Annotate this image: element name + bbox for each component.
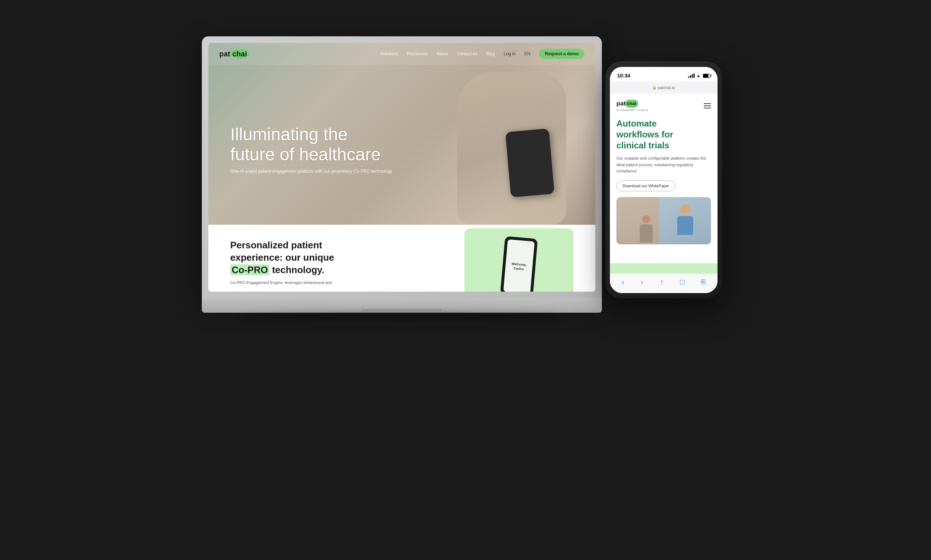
bookmarks-button[interactable]: □ [680, 278, 685, 286]
phone-time: 10:34 [617, 73, 630, 78]
card-phone-mockup: Welcome, Carlos [500, 236, 538, 292]
forward-button[interactable]: › [641, 278, 643, 286]
wifi-icon: ▲ [696, 74, 700, 78]
hamburger-menu[interactable] [704, 103, 711, 108]
laptop-base [202, 298, 602, 313]
phone-browser-bar: 🔒 patchai.io [610, 82, 717, 94]
phone-browser-nav-bar: ‹ › ↑ □ ⎘ [610, 274, 717, 293]
tabs-button[interactable]: ⎘ [701, 278, 706, 286]
logo-highlight: chai [230, 49, 249, 58]
phone-logo-sub: An AliraHealth Company [616, 108, 648, 112]
lock-icon: 🔒 [652, 86, 656, 89]
phone-device: 10:34 ▲ [606, 62, 722, 298]
battery-icon [703, 74, 710, 78]
phone-image-right [659, 197, 711, 245]
phone-screen: 10:34 ▲ [610, 67, 717, 293]
phone-site-header: patchai An AliraHealth Company [616, 100, 711, 112]
phone-status-bar: 10:34 ▲ [610, 67, 717, 82]
hero-text: Illuminating the future of healthcare On… [230, 125, 392, 174]
phone-bottom-green-strip [610, 263, 717, 274]
nav-resources[interactable]: Resources [407, 51, 428, 56]
phone-outer-shell: 10:34 ▲ [606, 62, 722, 298]
hero-subtext: One-of-a-kind patient engagement platfor… [230, 169, 392, 174]
nav-contact[interactable]: Contact us [457, 51, 477, 56]
phone-logo-highlight: chai [625, 100, 638, 108]
site-header: patchai Solutions Resources About Contac… [208, 43, 596, 65]
phone-website-content: patchai An AliraHealth Company Automate [610, 94, 717, 250]
signal-icon [688, 74, 695, 78]
nav-login[interactable]: Log in [504, 51, 516, 56]
person-silhouette-left [637, 215, 656, 245]
site-logo: patchai [219, 50, 249, 58]
person-body [677, 216, 693, 235]
phone-site-logo: patchai [616, 100, 648, 108]
phone-image-left [616, 197, 659, 245]
request-demo-button[interactable]: Request a demo [539, 49, 585, 59]
phone-headline: Automate workflows for clinical trials [616, 118, 711, 151]
site-navigation[interactable]: Solutions Resources About Contact us Blo… [380, 49, 585, 59]
phone-image-card [616, 197, 711, 245]
copro-highlight: Co-PRO [230, 265, 269, 275]
phone-status-icons: ▲ [688, 74, 710, 78]
nav-language[interactable]: EN [525, 51, 531, 56]
back-button[interactable]: ‹ [622, 278, 625, 286]
person-head [680, 205, 690, 215]
nav-blog[interactable]: Blog [486, 51, 495, 56]
phone-cta-button[interactable]: Download our WhitePaper [616, 180, 676, 191]
phone-logo-wrap: patchai An AliraHealth Company [616, 100, 648, 112]
laptop-screen: patchai Solutions Resources About Contac… [208, 43, 596, 292]
browser-url: patchai.io [658, 85, 675, 90]
section2-heading: Personalized patient experience: our uni… [230, 239, 346, 276]
laptop-body: patchai Solutions Resources About Contac… [202, 36, 602, 298]
card-phone-screen: Welcome, Carlos [503, 239, 535, 292]
nav-solutions[interactable]: Solutions [380, 51, 398, 56]
nav-about[interactable]: About [436, 51, 448, 56]
laptop-device: patchai Solutions Resources About Contac… [202, 36, 602, 313]
person-figure-right [674, 205, 696, 237]
hero-section: patchai Solutions Resources About Contac… [208, 43, 596, 225]
main-scene: patchai Solutions Resources About Contac… [202, 25, 729, 535]
hero-headline: Illuminating the future of healthcare [230, 125, 392, 165]
section2-subtext: Co-PRO Engagement Engine: leverages beha… [230, 280, 332, 286]
green-card-section: Welcome, Carlos [465, 228, 574, 292]
laptop-shadow [242, 313, 562, 320]
phone-body-text: Our scalable and configurable platform c… [616, 155, 711, 175]
share-button[interactable]: ↑ [660, 278, 664, 286]
